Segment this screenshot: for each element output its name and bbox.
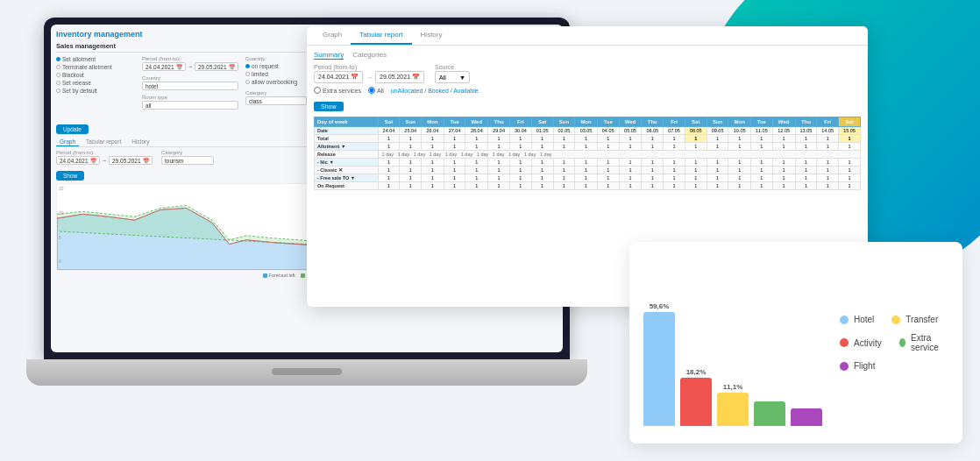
legend-flight: Flight — [840, 361, 875, 371]
th-mon1: Mon — [422, 117, 444, 127]
chart-legend-panel: Hotel Transfer Activity Extra service — [831, 256, 948, 429]
activity-legend-label: Activity — [854, 338, 882, 348]
tab-graph-btn[interactable]: Graph — [314, 26, 351, 45]
td-14-05: 14.05 — [817, 127, 839, 135]
td-27-04: 27.04 — [444, 127, 465, 135]
th-sat4: Sat — [839, 117, 861, 127]
th-sun1: Sun — [400, 117, 422, 127]
hotel-bar: 59,6% — [643, 302, 675, 426]
tab-history[interactable]: History — [128, 138, 153, 146]
chart-content: 59,6% 18,2% 11,1% — [643, 256, 948, 429]
td-12-05: 12.05 — [772, 127, 795, 135]
th-mon2: Mon — [575, 117, 598, 127]
activity-legend-circle — [840, 338, 849, 347]
radio-blackout[interactable]: Blackout — [62, 72, 84, 78]
show-button[interactable]: Show — [56, 171, 84, 181]
extra-service-bar-rect — [754, 401, 785, 426]
tab-tabular-btn[interactable]: Tabular report — [351, 26, 411, 45]
tab-graph[interactable]: Graph — [56, 138, 79, 146]
release-label: Release — [315, 151, 379, 159]
hotel-bar-rect — [643, 312, 675, 426]
period2-label: Period (from-to): — [56, 150, 153, 155]
radio-terminate[interactable]: Terminate allotment — [62, 64, 112, 70]
td-09-05: 09.05 — [707, 127, 728, 135]
source-select[interactable]: All ▼ — [435, 71, 470, 83]
tab-tabular[interactable]: Tabular report — [82, 138, 124, 146]
category2-input[interactable]: tourism — [161, 156, 214, 165]
transfer-pct: 11,1% — [723, 383, 743, 391]
room-type-input[interactable]: all — [142, 101, 238, 110]
hotel-legend-circle — [840, 316, 849, 324]
td-10-05: 10.05 — [728, 127, 751, 135]
td-30-04: 30.04 — [509, 127, 531, 135]
td-02-05: 02.05 — [553, 127, 575, 135]
th-mon3: Mon — [728, 117, 751, 127]
legend-hotel: Hotel — [840, 315, 874, 324]
table-row-on-request: On Request 1111 1111 1111 1111 1111 11 — [315, 182, 861, 190]
nav-summary[interactable]: Summary — [314, 51, 344, 60]
th-tue1: Tue — [444, 117, 465, 127]
flight-legend-circle — [840, 362, 849, 371]
classic1-label: - Classic ✕ — [315, 167, 379, 174]
table-row-nic: - Nic ▼ 1111 1111 1111 1111 1111 11 — [315, 159, 861, 167]
bar-area: 59,6% 18,2% 11,1% — [643, 256, 822, 429]
country-label: Country — [142, 75, 238, 81]
update-button[interactable]: Update — [56, 124, 89, 134]
radio-set-allotment[interactable]: Set allotment — [62, 56, 96, 62]
activity-bar: 18,2% — [680, 368, 712, 426]
all-radio[interactable]: All — [368, 87, 384, 94]
to-date-filter[interactable]: 29.05.2021 📅 — [375, 71, 424, 83]
td-25-04: 25.04 — [400, 127, 422, 135]
from-date-input[interactable]: 24.04.2021📅 — [142, 62, 186, 71]
td-24-04: 24.04 — [378, 127, 400, 135]
th-fri1: Fri — [509, 117, 531, 127]
td-26-04: 26.04 — [422, 127, 444, 135]
to-date-input[interactable]: 29.05.2021📅 — [195, 62, 238, 71]
radio-set-default[interactable]: Set by default — [62, 88, 97, 94]
hotel-pct: 59,6% — [650, 302, 670, 310]
radio-set-release[interactable]: Set release — [62, 80, 91, 86]
from-date2-input[interactable]: 24.04.2021📅 — [56, 156, 100, 165]
from-date-filter[interactable]: 24.04.2021 📅 — [314, 71, 363, 83]
td-08-05: 08.05 — [685, 127, 707, 135]
th-wed3: Wed — [772, 117, 795, 127]
td-13-05: 13.05 — [795, 127, 817, 135]
transfer-bar: 11,1% — [717, 383, 749, 426]
extra-services-radio[interactable]: Extra services — [314, 87, 361, 94]
td-11-05: 11.05 — [750, 127, 772, 135]
period-filter-label: Period (from-to): — [314, 64, 424, 70]
th-sat3: Sat — [685, 117, 707, 127]
th-sun2: Sun — [553, 117, 575, 127]
table-row-release: Release 1 day 1 day 1 day 1 day 1 day 1 … — [315, 151, 861, 159]
tabular-body: Summary Categories Period (from-to): 24.… — [307, 46, 868, 195]
date-label: Date — [315, 127, 379, 135]
td-03-05: 03.05 — [575, 127, 598, 135]
nav-tabs: Summary Categories — [314, 51, 861, 60]
period-label: Period (from-to): — [142, 56, 238, 61]
th-tue2: Tue — [597, 117, 619, 127]
td-07-05: 07.05 — [664, 127, 685, 135]
table-row-allotment: Allotment ▼ 1111 1111 1111 1111 1111 11 — [315, 143, 861, 151]
to-date2-input[interactable]: 29.05.2021📅 — [109, 156, 153, 165]
td-06-05: 06.05 — [642, 127, 664, 135]
th-sun3: Sun — [707, 117, 728, 127]
q-limited[interactable]: limited — [252, 71, 268, 77]
extra-service-legend-circle — [899, 338, 905, 347]
th-thu1: Thu — [488, 117, 510, 127]
total-label: Total — [315, 135, 379, 143]
nav-categories[interactable]: Categories — [352, 51, 387, 60]
tab-history-btn[interactable]: History — [412, 26, 451, 45]
q-on-request[interactable]: on request — [252, 63, 279, 69]
nic-label: - Nic ▼ — [315, 159, 379, 167]
legend-row-2: Activity Extra service — [840, 333, 948, 352]
table-row-date: Date 24.04 25.04 26.04 27.04 28.04 29.04… — [315, 127, 861, 135]
q-allow-overbooking[interactable]: allow overbooking — [252, 79, 297, 85]
show-filter-btn[interactable]: Show — [314, 102, 344, 111]
category-input[interactable]: class — [245, 96, 307, 105]
table-container: Day of week Sat Sun Mon Tue Wed Thu Fri … — [314, 117, 861, 190]
table-row-total: Total 1111 1111 1111 1111 1111 11 — [315, 135, 861, 143]
activity-pct: 18,2% — [686, 368, 707, 376]
th-thu2: Thu — [642, 117, 664, 127]
legend-activity: Activity — [840, 333, 882, 352]
country-input[interactable]: hotel — [142, 82, 238, 90]
